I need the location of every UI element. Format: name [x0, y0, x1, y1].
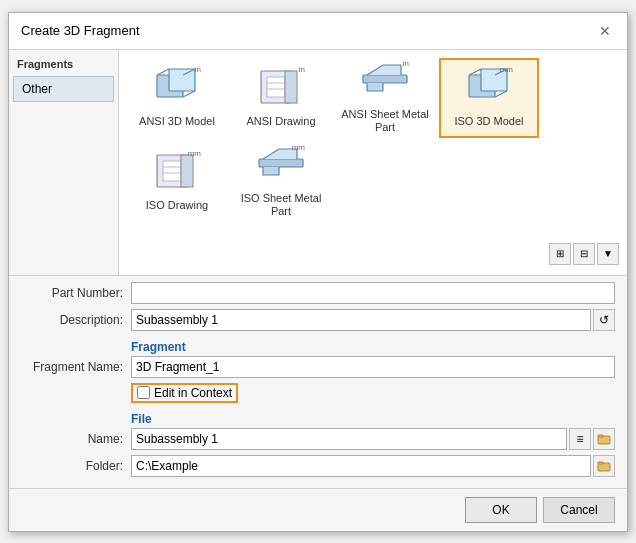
main-content: Fragments Other in: [9, 50, 627, 275]
file-name-label: Name:: [21, 432, 131, 446]
folder-row: Folder:: [21, 455, 615, 477]
fragment-iso-sheet-metal[interactable]: mm ISO Sheet Metal Part: [231, 142, 331, 222]
ansi-3d-model-icon: in: [153, 67, 201, 111]
view-small-button[interactable]: ⊟: [573, 243, 595, 265]
edit-in-context-wrapper[interactable]: Edit in Context: [131, 383, 238, 403]
svg-rect-17: [163, 161, 181, 181]
file-name-browse-button[interactable]: [593, 428, 615, 450]
fragment-name-row: Fragment Name:: [21, 356, 615, 378]
button-bar: OK Cancel: [9, 488, 627, 531]
filter-button[interactable]: ▼: [597, 243, 619, 265]
file-name-menu-button[interactable]: ≡: [569, 428, 591, 450]
close-button[interactable]: ✕: [595, 21, 615, 41]
iso-drawing-icon: mm: [153, 151, 201, 195]
fragment-section-title: Fragment: [131, 336, 615, 356]
ansi-drawing-icon: in: [257, 67, 305, 111]
sidebar-item-other[interactable]: Other: [13, 76, 114, 102]
svg-rect-1: [169, 69, 195, 91]
svg-line-4: [183, 91, 195, 97]
fragment-name-label: Fragment Name:: [21, 360, 131, 374]
description-row: Description: ↺: [21, 309, 615, 331]
sidebar-header: Fragments: [9, 54, 118, 74]
folder-label: Folder:: [21, 459, 131, 473]
svg-rect-25: [598, 462, 603, 464]
svg-line-13: [469, 69, 481, 75]
form-section: Part Number: Description: ↺ Fragment Fra…: [9, 275, 627, 488]
content-area: in ANSI 3D Model in: [119, 50, 627, 275]
ok-button[interactable]: OK: [465, 497, 537, 523]
toolbar-icons: ⊞ ⊟ ▼: [127, 239, 619, 267]
svg-line-2: [157, 69, 169, 75]
fragment-ansi-drawing[interactable]: in ANSI Drawing: [231, 58, 331, 138]
file-name-input[interactable]: [131, 428, 567, 450]
iso-3d-model-icon: mm: [465, 67, 513, 111]
ansi-drawing-label: ANSI Drawing: [246, 115, 315, 128]
svg-rect-10: [363, 75, 407, 83]
ansi-sheet-metal-label: ANSI Sheet Metal Part: [341, 108, 429, 134]
iso-drawing-label: ISO Drawing: [146, 199, 208, 212]
folder-input-group: [131, 455, 615, 477]
iso-3d-model-label: ISO 3D Model: [454, 115, 523, 128]
fragments-grid: in ANSI 3D Model in: [127, 58, 619, 239]
description-input[interactable]: [131, 309, 591, 331]
iso-sheet-metal-icon: mm: [257, 145, 305, 188]
title-bar: Create 3D Fragment ✕: [9, 13, 627, 50]
svg-rect-21: [259, 159, 303, 167]
fragment-name-input[interactable]: [131, 356, 615, 378]
svg-rect-20: [181, 155, 193, 187]
edit-in-context-checkbox[interactable]: [137, 386, 150, 399]
iso-sheet-metal-label: ISO Sheet Metal Part: [237, 192, 325, 218]
folder-browse-button[interactable]: [593, 455, 615, 477]
svg-rect-9: [285, 71, 297, 103]
create-3d-fragment-dialog: Create 3D Fragment ✕ Fragments Other in: [8, 12, 628, 532]
file-section-title: File: [131, 408, 615, 428]
description-refresh-button[interactable]: ↺: [593, 309, 615, 331]
part-number-input[interactable]: [131, 282, 615, 304]
part-number-label: Part Number:: [21, 286, 131, 300]
file-name-input-group: ≡: [131, 428, 615, 450]
svg-rect-23: [598, 435, 603, 437]
svg-rect-6: [267, 77, 285, 97]
cancel-button[interactable]: Cancel: [543, 497, 615, 523]
fragment-iso-drawing[interactable]: mm ISO Drawing: [127, 142, 227, 222]
svg-line-15: [495, 91, 507, 97]
fragment-iso-3d-model[interactable]: mm ISO 3D Model: [439, 58, 539, 138]
file-name-row: Name: ≡: [21, 428, 615, 450]
description-input-group: ↺: [131, 309, 615, 331]
fragment-ansi-sheet-metal[interactable]: in ANSI Sheet Metal Part: [335, 58, 435, 138]
folder-input[interactable]: [131, 455, 591, 477]
edit-in-context-row: Edit in Context: [131, 383, 615, 403]
description-label: Description:: [21, 313, 131, 327]
edit-in-context-label: Edit in Context: [154, 386, 232, 400]
ansi-sheet-metal-icon: in: [361, 61, 409, 104]
view-large-button[interactable]: ⊞: [549, 243, 571, 265]
dialog-title: Create 3D Fragment: [21, 23, 140, 38]
sidebar: Fragments Other: [9, 50, 119, 275]
fragment-ansi-3d-model[interactable]: in ANSI 3D Model: [127, 58, 227, 138]
part-number-row: Part Number:: [21, 282, 615, 304]
ansi-3d-model-label: ANSI 3D Model: [139, 115, 215, 128]
